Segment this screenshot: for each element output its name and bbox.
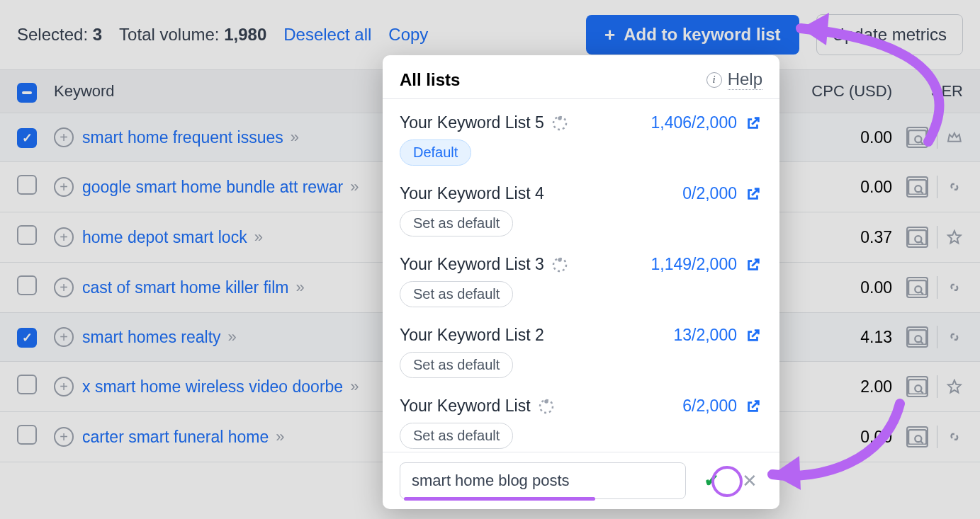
external-link-icon[interactable] (745, 257, 761, 273)
expand-icon[interactable]: + (54, 377, 74, 397)
serp-icon[interactable] (906, 376, 928, 397)
list-count: 1,406/2,000 (650, 113, 737, 132)
row-checkbox[interactable] (17, 175, 37, 195)
star-icon[interactable] (946, 229, 963, 245)
copy-link[interactable]: Copy (388, 25, 428, 45)
serp-icon[interactable] (906, 227, 928, 248)
svg-point-17 (558, 258, 561, 261)
chevrons-icon: » (276, 428, 281, 446)
chevrons-icon: » (254, 228, 260, 246)
row-checkbox[interactable] (17, 275, 37, 295)
list-name: Your Keyword List 2 (400, 326, 544, 345)
set-default-button[interactable]: Set as default (400, 423, 513, 449)
divider (937, 176, 937, 198)
deselect-all-link[interactable]: Deselect all (283, 25, 371, 45)
svg-point-1 (915, 136, 921, 142)
select-all-checkbox[interactable] (17, 83, 37, 103)
list-name: Your Keyword List (400, 397, 555, 416)
divider (937, 375, 937, 398)
chevrons-icon: » (350, 178, 356, 196)
divider (937, 326, 937, 348)
list-item[interactable]: Your Keyword List 31,149/2,000Set as def… (400, 246, 768, 317)
row-checkbox[interactable] (17, 375, 37, 394)
cpc-value: 0.37 (757, 228, 906, 247)
confirm-create-list-button[interactable]: ✔ (699, 468, 724, 494)
cancel-create-list-button[interactable]: ✕ (737, 468, 762, 494)
keyword-lists-container[interactable]: Your Keyword List 51,406/2,000DefaultYou… (383, 105, 779, 452)
link-icon[interactable] (946, 329, 963, 345)
list-count: 13/2,000 (673, 326, 737, 345)
keyword-list-popover: All lists i Help Your Keyword List 51,40… (383, 55, 779, 509)
set-default-button[interactable]: Set as default (400, 352, 513, 378)
list-item[interactable]: Your Keyword List 213/2,000Set as defaul… (400, 317, 768, 388)
shared-icon (551, 256, 568, 273)
svg-point-7 (915, 286, 921, 292)
external-link-icon[interactable] (745, 328, 761, 343)
divider (937, 126, 937, 149)
expand-icon[interactable]: + (54, 177, 74, 197)
default-badge: Default (400, 139, 471, 166)
keyword-link[interactable]: google smart home bundle att rewar (82, 178, 343, 197)
svg-point-11 (915, 385, 921, 392)
external-link-icon[interactable] (745, 115, 761, 131)
keyword-link[interactable]: cast of smart home killer film (82, 278, 288, 297)
volume-summary: Total volume: 1,980 (119, 25, 266, 45)
crown-icon[interactable] (946, 130, 963, 145)
divider (937, 276, 937, 299)
list-item[interactable]: Your Keyword List6/2,000Set as default (400, 388, 768, 452)
add-to-keyword-list-button[interactable]: + Add to keyword list (586, 15, 799, 55)
row-checkbox[interactable] (17, 225, 37, 245)
shared-icon (551, 115, 568, 132)
keyword-link[interactable]: carter smart funeral home (82, 428, 269, 447)
external-link-icon[interactable] (745, 399, 761, 414)
set-default-button[interactable]: Set as default (400, 210, 513, 236)
shared-icon (538, 398, 555, 415)
external-link-icon[interactable] (745, 186, 761, 202)
cpc-value: 0.00 (757, 428, 906, 447)
col-header-cpc[interactable]: CPC (USD) (757, 82, 906, 101)
plus-icon: + (604, 25, 615, 44)
list-name: Your Keyword List 3 (400, 255, 568, 274)
row-checkbox[interactable] (17, 425, 37, 445)
list-item[interactable]: Your Keyword List 51,406/2,000Default (400, 105, 768, 176)
expand-icon[interactable]: + (54, 227, 74, 247)
help-label: Help (728, 69, 762, 90)
svg-point-3 (915, 186, 921, 192)
star-icon[interactable] (946, 379, 963, 394)
link-icon[interactable] (946, 429, 963, 445)
serp-icon[interactable] (906, 176, 928, 198)
new-list-name-input[interactable] (400, 462, 686, 499)
popover-title: All lists (400, 70, 460, 90)
keyword-link[interactable]: x smart home wireless video doorbe (82, 377, 343, 397)
link-icon[interactable] (946, 280, 963, 295)
col-header-ser[interactable]: SER (906, 82, 963, 101)
cpc-value: 4.13 (757, 328, 906, 347)
keyword-link[interactable]: home depot smart lock (82, 228, 247, 247)
serp-icon[interactable] (906, 326, 928, 348)
row-checkbox[interactable] (17, 328, 37, 348)
help-link[interactable]: i Help (706, 69, 762, 90)
serp-icon[interactable] (906, 277, 928, 298)
serp-icon[interactable] (906, 426, 928, 447)
link-icon[interactable] (946, 179, 963, 195)
list-count: 6/2,000 (682, 397, 737, 416)
list-name: Your Keyword List 4 (400, 184, 544, 203)
update-metrics-button[interactable]: Update metrics (816, 14, 963, 55)
keyword-link[interactable]: smart home frequent issues (82, 128, 283, 147)
chevrons-icon: » (228, 328, 234, 346)
expand-icon[interactable]: + (54, 278, 74, 297)
row-checkbox[interactable] (17, 128, 37, 148)
serp-icon[interactable] (906, 127, 928, 148)
volume-value: 1,980 (224, 25, 266, 44)
list-count: 0/2,000 (682, 184, 737, 203)
expand-icon[interactable]: + (54, 327, 74, 347)
list-item[interactable]: Your Keyword List 40/2,000Set as default (400, 176, 768, 246)
divider (937, 426, 937, 448)
volume-label: Total volume: (119, 25, 219, 44)
set-default-button[interactable]: Set as default (400, 281, 513, 307)
cpc-value: 0.00 (757, 278, 906, 297)
expand-icon[interactable]: + (54, 127, 74, 147)
divider (937, 226, 937, 249)
keyword-link[interactable]: smart homes realty (82, 328, 221, 347)
expand-icon[interactable]: + (54, 427, 74, 447)
